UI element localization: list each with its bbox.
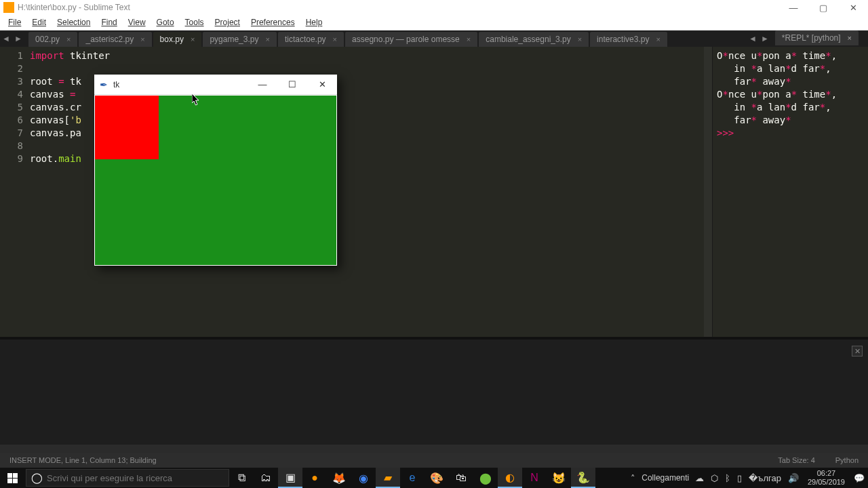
gimp-icon[interactable]: 🦊 [327,468,351,488]
cortana-icon[interactable]: ◯ [26,472,47,484]
tab-asterisc2[interactable]: _asterisc2.py× [79,32,151,47]
tab-label: assegno.py — parole omesse [352,35,460,44]
tab-close-icon[interactable]: × [140,35,144,43]
tabbar-right: ◄ ► *REPL* [python] × [747,30,860,47]
camtasia-icon[interactable]: ⬤ [473,468,498,488]
menu-file[interactable]: File [3,16,26,29]
tab-label: box.py [160,35,184,44]
mouse-cursor-icon [192,94,200,106]
store-icon[interactable]: 🛍 [449,468,473,488]
tab-cambiale[interactable]: cambiale_assegni_3.py× [479,32,589,47]
tab-repl[interactable]: *REPL* [python] × [775,30,859,45]
status-tabsize[interactable]: Tab Size: 4 [778,456,814,464]
notifications-icon[interactable]: 💬 [850,473,868,483]
antivirus-icon[interactable]: ⬡ [707,473,722,483]
minimize-button[interactable]: — [778,0,808,15]
line-num: 4 [0,88,23,101]
firefox2-icon[interactable]: ◐ [498,468,522,488]
search-input[interactable] [47,473,229,483]
tab-interactive3[interactable]: interactive3.py× [590,32,667,47]
firefox-icon[interactable]: ● [302,468,327,488]
python-icon[interactable]: 🐍 [571,468,595,488]
tk-maximize-button[interactable]: ☐ [277,75,307,95]
tab-close-icon[interactable]: × [265,35,269,43]
menu-project[interactable]: Project [210,16,245,29]
chrome-icon[interactable]: ◉ [351,468,376,488]
clock-time: 06:27 [808,469,845,478]
tk-titlebar[interactable]: ✒ tk — ☐ ✕ [94,75,337,95]
taskbar: ◯ ⧉ 🗂 ▣ ● 🦊 ◉ ▰ e 🎨 🛍 ⬤ ◐ N 😺 🐍 ˄ Colleg… [0,468,868,488]
tab-close-icon[interactable]: × [848,34,852,42]
pinned-apps: ⧉ 🗂 ▣ ● 🦊 ◉ ▰ e 🎨 🛍 ⬤ ◐ N 😺 🐍 [229,468,595,488]
tab-close-icon[interactable]: × [656,35,660,43]
menu-help[interactable]: Help [300,16,328,29]
taskview-icon[interactable]: ⧉ [229,468,254,488]
menu-view[interactable]: View [123,16,151,29]
sublime-icon[interactable]: ▰ [376,468,400,488]
nav-back-icon[interactable]: ◄ [747,30,759,47]
paint-icon[interactable]: 🎨 [425,468,449,488]
menubar: File Edit Selection Find View Goto Tools… [0,15,868,30]
window-title: H:\tkinter\box.py - Sublime Text [18,3,778,12]
tab-label: 002.py [35,35,60,44]
line-num: 2 [0,62,23,75]
tab-label: pygame_3.py [210,35,258,44]
repl-prompt: >>> [717,127,740,138]
tab-label: interactive3.py [597,35,649,44]
tab-box[interactable]: box.py× [153,32,202,47]
menu-goto[interactable]: Goto [151,16,180,29]
tab-002[interactable]: 002.py× [28,32,77,47]
line-num: 7 [0,127,23,140]
titlebar[interactable]: H:\tkinter\box.py - Sublime Text — ▢ ✕ [0,0,868,15]
tab-close-icon[interactable]: × [333,35,337,43]
nav-forward-icon[interactable]: ► [759,30,771,47]
tab-close-icon[interactable]: × [578,35,582,43]
menu-selection[interactable]: Selection [52,16,96,29]
explorer-icon[interactable]: 🗂 [254,468,278,488]
menu-tools[interactable]: Tools [180,16,210,29]
maximize-button[interactable]: ▢ [808,0,838,15]
line-num: 9 [0,152,23,165]
status-syntax[interactable]: Python [835,456,859,464]
terminal-icon[interactable]: ▣ [278,468,302,488]
tray-collegamenti[interactable]: Collegamenti [639,473,692,483]
line-num: 8 [0,140,23,152]
edge-icon[interactable]: e [400,468,425,488]
windows-icon [7,473,18,483]
tabbar: 002.py× _asterisc2.py× box.py× pygame_3.… [28,30,868,47]
tk-minimize-button[interactable]: — [248,75,277,95]
taskbar-search[interactable]: ◯ [26,469,229,487]
nav-back-icon[interactable]: ◄ [0,30,12,47]
feather-icon: ✒ [98,79,109,90]
tk-canvas[interactable] [94,95,337,266]
tray-chevron-icon[interactable]: ˄ [627,473,639,483]
line-num: 6 [0,114,23,127]
onedrive-icon[interactable]: ☁ [692,473,707,483]
build-panel[interactable] [0,340,868,445]
tab-tictactoe[interactable]: tictactoe.py× [278,32,344,47]
wifi-icon[interactable]: �ългар [745,473,785,483]
menu-preferences[interactable]: Preferences [245,16,300,29]
battery-icon[interactable]: ▯ [734,473,745,483]
tab-assegno[interactable]: assegno.py — parole omesse× [345,32,477,47]
menu-find[interactable]: Find [96,16,122,29]
system-tray: ˄ Collegamenti ☁ ⬡ ᛒ ▯ �ългар 🔊 06:27 29… [627,468,868,488]
tab-label: tictactoe.py [285,35,326,44]
onenote-icon[interactable]: N [522,468,547,488]
tray-clock[interactable]: 06:27 29/05/2019 [802,469,850,487]
tkinter-window[interactable]: ✒ tk — ☐ ✕ [94,75,337,266]
snagit-icon[interactable]: 😺 [547,468,571,488]
bluetooth-icon[interactable]: ᛒ [722,473,734,483]
close-button[interactable]: ✕ [838,0,868,15]
menu-edit[interactable]: Edit [26,16,52,29]
start-button[interactable] [0,468,24,488]
tab-close-icon[interactable]: × [66,35,71,43]
tab-close-icon[interactable]: × [467,35,471,43]
tk-close-button[interactable]: ✕ [307,75,337,95]
panel-close-icon[interactable]: ✕ [852,346,863,357]
volume-icon[interactable]: 🔊 [785,473,802,483]
tab-label: *REPL* [python] [782,33,841,43]
tab-pygame3[interactable]: pygame_3.py× [203,32,276,47]
tab-close-icon[interactable]: × [191,35,195,43]
nav-forward-icon[interactable]: ► [12,30,24,47]
